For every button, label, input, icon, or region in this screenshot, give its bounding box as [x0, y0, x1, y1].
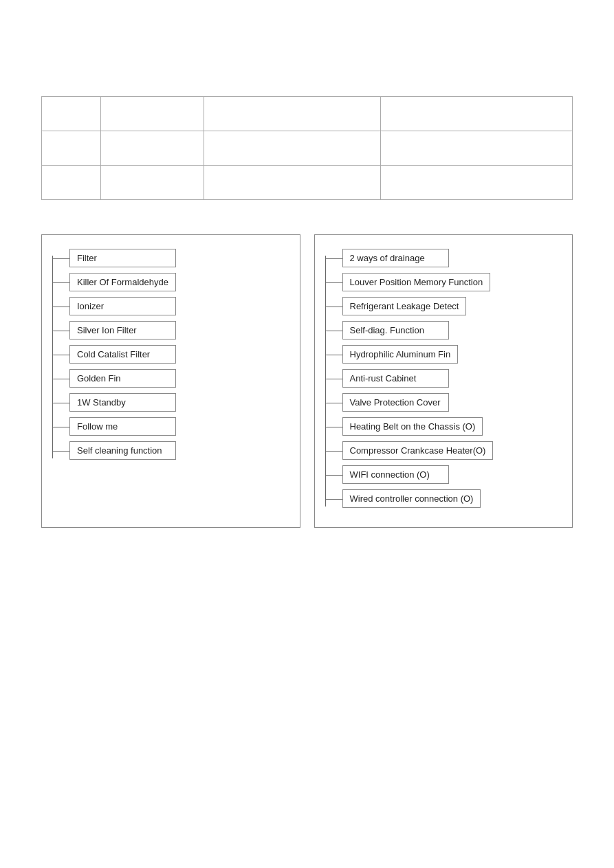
table-cell-r2-c0	[42, 166, 101, 200]
table-cell-r1-c0	[42, 131, 101, 166]
right-feature-label: 2 ways of drainage	[342, 249, 449, 267]
right-feature-item: Refrigerant Leakage Detect	[342, 297, 566, 315]
right-feature-item: Wired controller connection (O)	[342, 489, 566, 508]
table-cell-r0-c1	[100, 97, 204, 131]
right-feature-label: Louver Position Memory Function	[342, 273, 491, 291]
left-feature-label: Follow me	[69, 417, 176, 436]
right-feature-label: Valve Protection Cover	[342, 393, 449, 412]
top-table	[41, 96, 573, 200]
left-feature-label: Cold Catalist Filter	[69, 345, 176, 364]
left-feature-item: 1W Standby	[69, 393, 293, 412]
left-feature-label: Golden Fin	[69, 369, 176, 388]
left-features-box: FilterKiller Of FormaldehydeIonizerSilve…	[41, 234, 300, 528]
page-wrapper: FilterKiller Of FormaldehydeIonizerSilve…	[0, 0, 614, 542]
table-cell-r2-c3	[381, 166, 573, 200]
table-cell-r0-c0	[42, 97, 101, 131]
right-feature-item: Hydrophilic Aluminum Fin	[342, 345, 566, 364]
right-feature-label: Hydrophilic Aluminum Fin	[342, 345, 459, 364]
left-feature-label: Ionizer	[69, 297, 176, 315]
features-section: FilterKiller Of FormaldehydeIonizerSilve…	[41, 234, 573, 528]
right-features-box: 2 ways of drainageLouver Position Memory…	[314, 234, 573, 528]
right-feature-item: WIFI connection (O)	[342, 465, 566, 484]
left-feature-label: Filter	[69, 249, 176, 267]
right-feature-label: Wired controller connection (O)	[342, 489, 481, 508]
table-cell-r0-c3	[381, 97, 573, 131]
right-column-inner: 2 ways of drainageLouver Position Memory…	[315, 249, 566, 513]
left-column-inner: FilterKiller Of FormaldehydeIonizerSilve…	[42, 249, 293, 465]
left-feature-item: Killer Of Formaldehyde	[69, 273, 293, 291]
table-cell-r1-c2	[204, 131, 380, 166]
left-feature-item: Silver Ion Filter	[69, 321, 293, 340]
left-feature-label: 1W Standby	[69, 393, 176, 412]
table-cell-r2-c1	[100, 166, 204, 200]
right-feature-label: Self-diag. Function	[342, 321, 449, 340]
left-feature-label: Self cleaning function	[69, 441, 176, 460]
left-feature-item: Golden Fin	[69, 369, 293, 388]
left-feature-item: Filter	[69, 249, 293, 267]
right-feature-label: Anti-rust Cabinet	[342, 369, 449, 388]
left-feature-label: Killer Of Formaldehyde	[69, 273, 176, 291]
right-feature-item: Anti-rust Cabinet	[342, 369, 566, 388]
right-feature-item: Heating Belt on the Chassis (O)	[342, 417, 566, 436]
table-cell-r0-c2	[204, 97, 380, 131]
left-feature-item: Self cleaning function	[69, 441, 293, 460]
table-cell-r2-c2	[204, 166, 380, 200]
right-feature-label: Compressor Crankcase Heater(O)	[342, 441, 494, 460]
right-feature-label: WIFI connection (O)	[342, 465, 449, 484]
right-feature-item: Valve Protection Cover	[342, 393, 566, 412]
right-feature-item: Self-diag. Function	[342, 321, 566, 340]
left-feature-item: Ionizer	[69, 297, 293, 315]
right-feature-label: Heating Belt on the Chassis (O)	[342, 417, 483, 436]
left-feature-item: Cold Catalist Filter	[69, 345, 293, 364]
right-feature-item: Compressor Crankcase Heater(O)	[342, 441, 566, 460]
right-feature-item: 2 ways of drainage	[342, 249, 566, 267]
right-feature-label: Refrigerant Leakage Detect	[342, 297, 467, 315]
left-feature-label: Silver Ion Filter	[69, 321, 176, 340]
table-cell-r1-c1	[100, 131, 204, 166]
left-feature-item: Follow me	[69, 417, 293, 436]
table-cell-r1-c3	[381, 131, 573, 166]
right-feature-item: Louver Position Memory Function	[342, 273, 566, 291]
